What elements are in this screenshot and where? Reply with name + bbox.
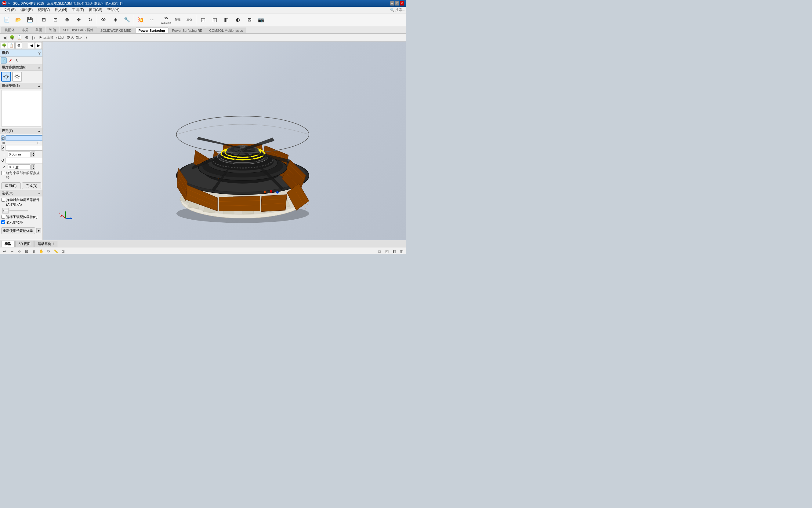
feature-mgr-btn[interactable]: 🌳	[8, 34, 15, 41]
property-mgr-icon[interactable]: 📋	[8, 42, 15, 49]
direction-input[interactable]	[5, 145, 42, 151]
checkbox-ring[interactable]	[1, 220, 5, 224]
tab-sw-addins[interactable]: SOLIDWORKS 插件	[59, 27, 97, 33]
bt-view2[interactable]: ◱	[383, 248, 390, 254]
direction-icon[interactable]: ↗	[1, 145, 4, 151]
component-selector-icon[interactable]: ◎	[1, 135, 5, 141]
tab-layout[interactable]: 布局	[18, 27, 32, 33]
tab-sw-mbd[interactable]: SOLIDWORKS MBD	[97, 28, 135, 33]
tab-power-surfacing-re[interactable]: Power Surfacing RE	[169, 28, 206, 33]
minimize-btn[interactable]: ─	[390, 1, 394, 5]
instant3d[interactable]: 3DInstant3D	[160, 14, 172, 25]
property-mgr-btn[interactable]: 📋	[16, 34, 22, 41]
feature-tree-icon[interactable]: 🌳	[1, 42, 7, 49]
distance-up[interactable]: ▲	[32, 152, 35, 154]
dim-expert-btn[interactable]: ▷	[31, 34, 37, 41]
explode-line[interactable]: ⋯	[147, 14, 158, 25]
bt-zoom-area[interactable]: ⊕	[31, 248, 37, 254]
component-properties[interactable]: 🔧	[122, 14, 133, 25]
bt-section[interactable]: ⊠	[60, 248, 66, 254]
hide-show[interactable]: ◧	[221, 14, 232, 25]
distance-down[interactable]: ▼	[32, 154, 35, 157]
tab-assembly[interactable]: 装配体	[1, 27, 18, 33]
bt-select[interactable]: ⊹	[16, 248, 22, 254]
search-box[interactable]: 🔍 搜索...	[390, 8, 405, 12]
menu-window[interactable]: 窗口(W)	[86, 7, 104, 13]
type-btn-regular[interactable]	[1, 72, 11, 82]
distance-input[interactable]: 0.00mm	[8, 152, 31, 157]
menu-edit[interactable]: 编辑(E)	[18, 7, 35, 13]
reuse-btn[interactable]: 重新使用子装配体爆	[1, 227, 35, 234]
angle-up[interactable]: ▲	[32, 164, 35, 167]
type-btn-radial[interactable]	[12, 72, 22, 82]
bt-view1[interactable]: □	[376, 248, 383, 254]
mate-btn[interactable]: ⊗	[61, 14, 73, 25]
camera[interactable]: 📷	[255, 14, 267, 25]
shading[interactable]: ◐	[232, 14, 243, 25]
settings-collapse[interactable]: ▲	[38, 129, 41, 133]
bt-zoom-fit[interactable]: ⊡	[23, 248, 30, 254]
display-style[interactable]: ◫	[209, 14, 220, 25]
show-hidden[interactable]: 👁	[98, 14, 109, 25]
done-btn[interactable]: 完成(D)	[22, 182, 42, 189]
change-transparent[interactable]: ◈	[110, 14, 121, 25]
bt-measure[interactable]: 📏	[52, 248, 59, 254]
panel-collapse[interactable]: ◀	[28, 42, 35, 49]
reuse-arrow[interactable]: ▼	[36, 228, 41, 233]
btab-3dview[interactable]: 3D 视图	[15, 241, 34, 247]
autodrag-icon1[interactable]: ⟵	[2, 208, 8, 214]
exploded-view[interactable]: 💥	[135, 14, 146, 25]
component-input[interactable]	[5, 135, 42, 141]
type-collapse[interactable]: ▲	[38, 66, 41, 69]
bt-redo[interactable]: ↪	[8, 248, 15, 254]
confirm-btn[interactable]: ✓	[1, 57, 7, 64]
btab-model[interactable]: 模型	[1, 241, 15, 247]
checkbox-autodrag[interactable]	[1, 198, 5, 202]
bt-view3[interactable]: ◧	[391, 248, 397, 254]
smart-dim[interactable]: 智能	[172, 14, 183, 25]
open-btn[interactable]: 📂	[13, 14, 24, 25]
cancel-btn[interactable]: ✗	[7, 57, 13, 64]
insert-component[interactable]: ⊞	[38, 14, 49, 25]
speedpak[interactable]: 速包	[184, 14, 195, 25]
autodrag-slider[interactable]	[9, 210, 28, 211]
apply-btn[interactable]: 应用(P)	[1, 182, 21, 189]
rotate-component[interactable]: ↻	[85, 14, 96, 25]
bt-pan[interactable]: ✋	[38, 248, 45, 254]
menu-insert[interactable]: 插入(N)	[52, 7, 69, 13]
tab-sketch[interactable]: 草图	[32, 27, 46, 33]
bt-view4[interactable]: ◫	[398, 248, 405, 254]
tab-power-surfacing[interactable]: Power Surfacing	[135, 28, 169, 33]
close-btn[interactable]: ✕	[400, 1, 404, 5]
back-btn[interactable]: ◀	[1, 34, 8, 41]
config-mgr-btn[interactable]: ⚙	[23, 34, 30, 41]
section-view[interactable]: ⊠	[244, 14, 255, 25]
config-mgr-icon[interactable]: ⚙	[15, 42, 22, 49]
reset-btn[interactable]: ↻	[14, 57, 20, 64]
view-orientation[interactable]: ◱	[197, 14, 208, 25]
menu-tools[interactable]: 工具(T)	[69, 7, 86, 13]
insert-existing[interactable]: ⊡	[50, 14, 61, 25]
bt-undo[interactable]: ↩	[1, 248, 8, 254]
help-icon[interactable]: ?	[38, 51, 41, 55]
angle-direction-input[interactable]	[5, 158, 42, 163]
save-btn[interactable]: 💾	[25, 14, 35, 25]
maximize-btn[interactable]: □	[395, 1, 399, 5]
angle-arrow-icon[interactable]: ↺	[1, 158, 4, 163]
tab-comsol[interactable]: COMSOL Multiphysics	[206, 28, 246, 33]
checkbox-origin[interactable]	[1, 171, 5, 175]
menu-file[interactable]: 文件(F)	[1, 7, 18, 13]
panel-expand[interactable]: ▶	[35, 42, 42, 49]
move-component[interactable]: ✥	[73, 14, 84, 25]
checkbox-subasm[interactable]	[1, 215, 5, 219]
slider-handle[interactable]	[2, 142, 5, 144]
angle-input[interactable]: 0.00度	[8, 164, 31, 170]
menu-view[interactable]: 视图(V)	[35, 7, 52, 13]
tab-evaluate[interactable]: 评估	[46, 27, 59, 33]
bt-rotate[interactable]: ↻	[45, 248, 52, 254]
btab-motion[interactable]: 运动算例 1	[35, 241, 57, 247]
menu-help[interactable]: 帮助(H)	[105, 7, 122, 13]
steps-collapse[interactable]: ▲	[38, 84, 41, 87]
angle-down[interactable]: ▼	[32, 167, 35, 170]
options-collapse[interactable]: ▲	[38, 192, 41, 195]
